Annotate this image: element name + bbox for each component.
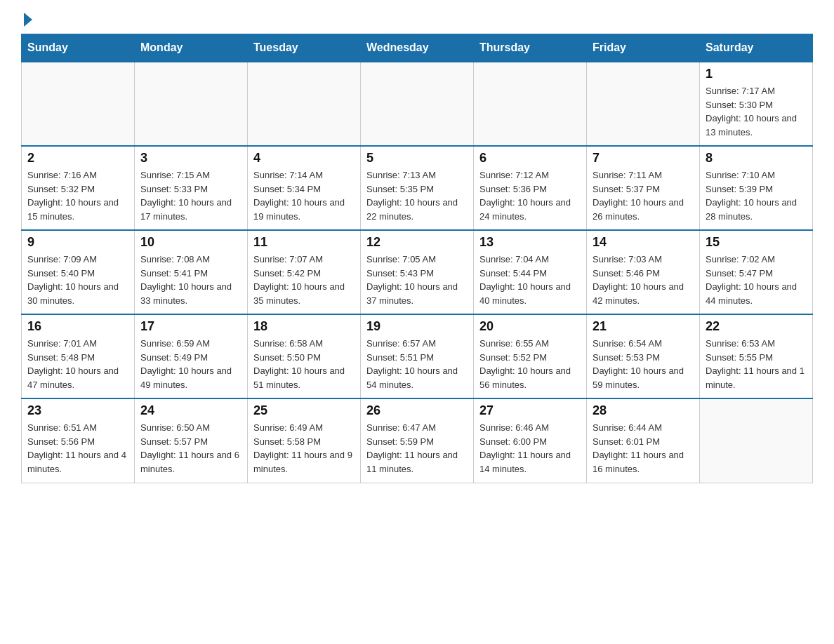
day-number: 18: [253, 319, 355, 334]
day-number: 5: [366, 151, 468, 166]
calendar-cell: 8Sunrise: 7:10 AM Sunset: 5:39 PM Daylig…: [700, 146, 813, 230]
day-number: 28: [593, 403, 694, 418]
calendar-cell: 26Sunrise: 6:47 AM Sunset: 5:59 PM Dayli…: [361, 398, 474, 483]
calendar-cell: [135, 62, 248, 146]
calendar-cell: 28Sunrise: 6:44 AM Sunset: 6:01 PM Dayli…: [587, 398, 700, 483]
day-info: Sunrise: 7:10 AM Sunset: 5:39 PM Dayligh…: [706, 168, 807, 223]
day-info: Sunrise: 7:17 AM Sunset: 5:30 PM Dayligh…: [706, 84, 807, 139]
day-info: Sunrise: 6:54 AM Sunset: 5:53 PM Dayligh…: [593, 337, 694, 391]
day-number: 25: [253, 403, 355, 418]
day-info: Sunrise: 6:59 AM Sunset: 5:49 PM Dayligh…: [140, 337, 241, 391]
calendar-cell: 7Sunrise: 7:11 AM Sunset: 5:37 PM Daylig…: [587, 146, 700, 230]
calendar-cell: [22, 62, 135, 146]
calendar-cell: 18Sunrise: 6:58 AM Sunset: 5:50 PM Dayli…: [248, 314, 361, 398]
day-number: 21: [593, 319, 694, 334]
calendar-cell: 10Sunrise: 7:08 AM Sunset: 5:41 PM Dayli…: [135, 230, 248, 314]
day-number: 9: [27, 235, 128, 250]
logo-arrow-icon: [24, 13, 32, 27]
day-info: Sunrise: 7:03 AM Sunset: 5:46 PM Dayligh…: [593, 253, 694, 307]
day-number: 22: [706, 319, 807, 334]
day-info: Sunrise: 7:04 AM Sunset: 5:44 PM Dayligh…: [479, 253, 581, 307]
day-number: 16: [27, 319, 128, 334]
calendar-table: SundayMondayTuesdayWednesdayThursdayFrid…: [21, 34, 813, 483]
calendar-cell: 11Sunrise: 7:07 AM Sunset: 5:42 PM Dayli…: [248, 230, 361, 314]
weekday-header-saturday: Saturday: [700, 34, 813, 62]
day-number: 19: [366, 319, 468, 334]
week-row-1: 1Sunrise: 7:17 AM Sunset: 5:30 PM Daylig…: [22, 62, 813, 146]
calendar-cell: [248, 62, 361, 146]
week-row-5: 23Sunrise: 6:51 AM Sunset: 5:56 PM Dayli…: [22, 398, 813, 483]
calendar-cell: 23Sunrise: 6:51 AM Sunset: 5:56 PM Dayli…: [22, 398, 135, 483]
calendar-cell: 5Sunrise: 7:13 AM Sunset: 5:35 PM Daylig…: [361, 146, 474, 230]
weekday-header-monday: Monday: [135, 34, 248, 62]
calendar-cell: 25Sunrise: 6:49 AM Sunset: 5:58 PM Dayli…: [248, 398, 361, 483]
weekday-header-friday: Friday: [587, 34, 700, 62]
calendar-cell: 12Sunrise: 7:05 AM Sunset: 5:43 PM Dayli…: [361, 230, 474, 314]
day-number: 14: [593, 235, 694, 250]
calendar-cell: 17Sunrise: 6:59 AM Sunset: 5:49 PM Dayli…: [135, 314, 248, 398]
weekday-header-wednesday: Wednesday: [361, 34, 474, 62]
day-number: 20: [479, 319, 581, 334]
calendar-cell: 9Sunrise: 7:09 AM Sunset: 5:40 PM Daylig…: [22, 230, 135, 314]
day-number: 7: [593, 151, 694, 166]
calendar-cell: 19Sunrise: 6:57 AM Sunset: 5:51 PM Dayli…: [361, 314, 474, 398]
calendar-cell: 20Sunrise: 6:55 AM Sunset: 5:52 PM Dayli…: [474, 314, 587, 398]
week-row-4: 16Sunrise: 7:01 AM Sunset: 5:48 PM Dayli…: [22, 314, 813, 398]
day-info: Sunrise: 7:09 AM Sunset: 5:40 PM Dayligh…: [27, 253, 128, 307]
day-info: Sunrise: 6:53 AM Sunset: 5:55 PM Dayligh…: [706, 337, 807, 391]
day-number: 11: [253, 235, 355, 250]
day-info: Sunrise: 6:46 AM Sunset: 6:00 PM Dayligh…: [479, 421, 581, 476]
calendar-cell: 6Sunrise: 7:12 AM Sunset: 5:36 PM Daylig…: [474, 146, 587, 230]
day-info: Sunrise: 6:51 AM Sunset: 5:56 PM Dayligh…: [27, 421, 128, 476]
day-number: 1: [706, 67, 807, 81]
day-info: Sunrise: 7:12 AM Sunset: 5:36 PM Dayligh…: [479, 168, 581, 223]
day-number: 26: [366, 403, 468, 418]
day-number: 13: [479, 235, 581, 250]
day-number: 8: [706, 151, 807, 166]
logo-top: [21, 14, 32, 27]
weekday-header-tuesday: Tuesday: [248, 34, 361, 62]
calendar-cell: 1Sunrise: 7:17 AM Sunset: 5:30 PM Daylig…: [700, 62, 813, 146]
day-info: Sunrise: 7:16 AM Sunset: 5:32 PM Dayligh…: [27, 168, 128, 223]
day-info: Sunrise: 6:58 AM Sunset: 5:50 PM Dayligh…: [253, 337, 355, 391]
day-number: 15: [706, 235, 807, 250]
calendar-cell: 24Sunrise: 6:50 AM Sunset: 5:57 PM Dayli…: [135, 398, 248, 483]
calendar-cell: 4Sunrise: 7:14 AM Sunset: 5:34 PM Daylig…: [248, 146, 361, 230]
calendar-cell: [700, 398, 813, 483]
day-info: Sunrise: 7:14 AM Sunset: 5:34 PM Dayligh…: [253, 168, 355, 223]
day-number: 27: [479, 403, 581, 418]
calendar-cell: 21Sunrise: 6:54 AM Sunset: 5:53 PM Dayli…: [587, 314, 700, 398]
calendar-cell: [474, 62, 587, 146]
calendar-cell: 3Sunrise: 7:15 AM Sunset: 5:33 PM Daylig…: [135, 146, 248, 230]
day-info: Sunrise: 6:50 AM Sunset: 5:57 PM Dayligh…: [140, 421, 241, 476]
calendar-cell: 13Sunrise: 7:04 AM Sunset: 5:44 PM Dayli…: [474, 230, 587, 314]
day-info: Sunrise: 7:07 AM Sunset: 5:42 PM Dayligh…: [253, 253, 355, 307]
calendar-cell: [361, 62, 474, 146]
day-number: 12: [366, 235, 468, 250]
weekday-header-thursday: Thursday: [474, 34, 587, 62]
week-row-3: 9Sunrise: 7:09 AM Sunset: 5:40 PM Daylig…: [22, 230, 813, 314]
calendar-cell: 16Sunrise: 7:01 AM Sunset: 5:48 PM Dayli…: [22, 314, 135, 398]
day-info: Sunrise: 6:57 AM Sunset: 5:51 PM Dayligh…: [366, 337, 468, 391]
calendar-cell: 22Sunrise: 6:53 AM Sunset: 5:55 PM Dayli…: [700, 314, 813, 398]
day-number: 10: [140, 235, 241, 250]
logo: [21, 14, 32, 27]
calendar-cell: 14Sunrise: 7:03 AM Sunset: 5:46 PM Dayli…: [587, 230, 700, 314]
page-header: [21, 14, 813, 27]
weekday-header-sunday: Sunday: [22, 34, 135, 62]
day-number: 4: [253, 151, 355, 166]
day-number: 2: [27, 151, 128, 166]
day-info: Sunrise: 6:47 AM Sunset: 5:59 PM Dayligh…: [366, 421, 468, 476]
day-info: Sunrise: 7:13 AM Sunset: 5:35 PM Dayligh…: [366, 168, 468, 223]
day-number: 23: [27, 403, 128, 418]
day-number: 24: [140, 403, 241, 418]
day-info: Sunrise: 6:49 AM Sunset: 5:58 PM Dayligh…: [253, 421, 355, 476]
calendar-cell: [587, 62, 700, 146]
day-number: 17: [140, 319, 241, 334]
weekday-header-row: SundayMondayTuesdayWednesdayThursdayFrid…: [22, 34, 813, 62]
day-info: Sunrise: 6:55 AM Sunset: 5:52 PM Dayligh…: [479, 337, 581, 391]
calendar-cell: 2Sunrise: 7:16 AM Sunset: 5:32 PM Daylig…: [22, 146, 135, 230]
day-info: Sunrise: 7:02 AM Sunset: 5:47 PM Dayligh…: [706, 253, 807, 307]
calendar-cell: 27Sunrise: 6:46 AM Sunset: 6:00 PM Dayli…: [474, 398, 587, 483]
day-info: Sunrise: 7:08 AM Sunset: 5:41 PM Dayligh…: [140, 253, 241, 307]
